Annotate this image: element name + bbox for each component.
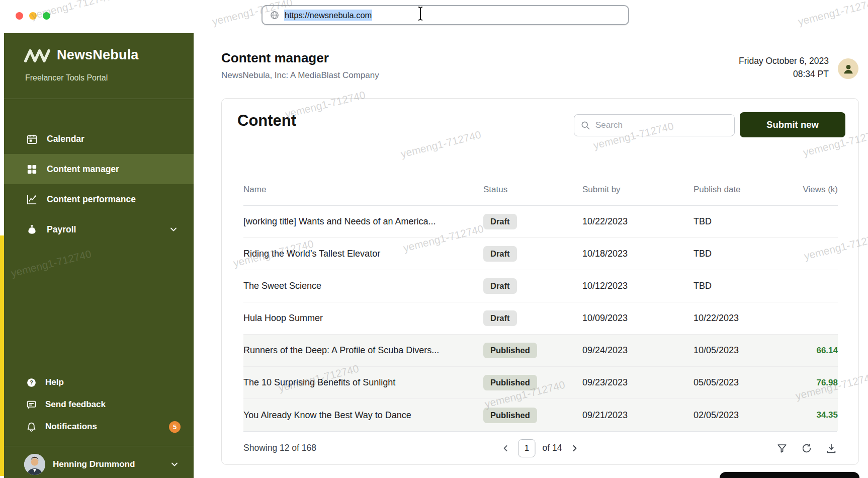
cell-submit-by: 10/12/2023 bbox=[582, 281, 693, 291]
status-badge: Draft bbox=[483, 246, 517, 262]
table-row[interactable]: The 10 Surprising Benefits of Sunlight P… bbox=[243, 367, 838, 399]
cell-submit-by: 10/18/2023 bbox=[582, 249, 693, 259]
sidebar-item-notifications[interactable]: Notifications 5 bbox=[4, 416, 194, 438]
cell-publish-date: TBD bbox=[693, 281, 792, 291]
column-header-submit-by: Submit by bbox=[582, 185, 693, 195]
status-badge: Published bbox=[483, 375, 537, 390]
status-badge: Draft bbox=[483, 214, 517, 229]
status-badge: Draft bbox=[483, 278, 517, 294]
page-count-label: of 14 bbox=[543, 443, 562, 453]
sidebar-divider bbox=[4, 99, 194, 99]
cell-status: Draft bbox=[483, 310, 582, 326]
table-row[interactable]: [working title] Wants and Needs of an Am… bbox=[243, 206, 838, 238]
cell-views: 34.35 bbox=[792, 410, 838, 420]
previous-page-button[interactable] bbox=[500, 443, 511, 454]
sidebar-item-label: Payroll bbox=[47, 224, 76, 235]
chevron-down-icon[interactable] bbox=[168, 224, 179, 234]
cell-submit-by: 09/21/2023 bbox=[582, 410, 693, 421]
person-icon bbox=[842, 62, 855, 75]
url-selected-text: https://newsnebula.com bbox=[284, 10, 372, 21]
table-row[interactable]: Riding the World’s Tallest Elevator Draf… bbox=[243, 238, 838, 270]
minimize-window-button[interactable] bbox=[29, 12, 37, 20]
close-window-button[interactable] bbox=[16, 12, 23, 20]
cell-name: [working title] Wants and Needs of an Am… bbox=[243, 216, 483, 227]
cell-publish-date: 02/05/2023 bbox=[693, 410, 792, 421]
sidebar-item-label: Content manager bbox=[47, 164, 119, 175]
cell-views: 76.98 bbox=[792, 378, 838, 388]
cell-publish-date: TBD bbox=[693, 216, 792, 227]
cell-name: Riding the World’s Tallest Elevator bbox=[243, 249, 483, 259]
text-cursor-icon bbox=[417, 6, 424, 23]
grid-icon bbox=[26, 163, 38, 175]
submit-new-button[interactable]: Submit new bbox=[740, 112, 845, 137]
help-icon: ? bbox=[26, 377, 37, 388]
sidebar-item-label: Notifications bbox=[45, 422, 97, 432]
sidebar-item-help[interactable]: ? Help bbox=[4, 371, 194, 393]
cell-name: Hula Hoop Summer bbox=[243, 313, 483, 324]
column-header-views: Views (k) bbox=[792, 185, 838, 195]
sidebar-item-payroll[interactable]: Payroll bbox=[4, 214, 194, 245]
sidebar-divider bbox=[4, 446, 194, 446]
search-box bbox=[574, 114, 735, 136]
maximize-window-button[interactable] bbox=[43, 12, 50, 20]
cell-publish-date: TBD bbox=[693, 249, 792, 259]
cell-name: The 10 Surprising Benefits of Sunlight bbox=[243, 377, 483, 388]
content-table: Name Status Submit by Publish date Views… bbox=[243, 174, 838, 431]
cell-status: Draft bbox=[483, 214, 582, 229]
sidebar-item-label: Content performance bbox=[47, 194, 136, 205]
page-number-input[interactable] bbox=[518, 439, 536, 457]
table-row[interactable]: Hula Hoop Summer Draft 10/09/2023 10/22/… bbox=[243, 302, 838, 335]
line-chart-icon bbox=[26, 193, 38, 205]
user-name: Henning Drummond bbox=[53, 459, 135, 469]
sidebar-bottom-nav: ? Help Send feedback Notifications 5 bbox=[4, 371, 194, 438]
svg-text:?: ? bbox=[30, 379, 33, 385]
chevron-down-icon[interactable] bbox=[169, 459, 180, 469]
page-title: Content manager bbox=[221, 50, 329, 66]
avatar bbox=[24, 454, 45, 475]
content-card: Content Submit new Name Status Submit by… bbox=[221, 98, 859, 465]
table-footer: Showing 12 of 168 of 14 bbox=[243, 431, 837, 464]
cell-name: The Sweet Science bbox=[243, 281, 483, 291]
feedback-icon bbox=[26, 400, 37, 410]
pagination: of 14 bbox=[500, 439, 580, 457]
sidebar-item-content-manager[interactable]: Content manager bbox=[4, 154, 194, 184]
cell-status: Draft bbox=[483, 246, 582, 262]
newsnebula-logo-icon bbox=[24, 48, 50, 62]
cell-name: You Already Know the Best Way to Dance bbox=[243, 410, 483, 421]
cell-submit-by: 09/24/2023 bbox=[582, 345, 693, 356]
cell-submit-by: 10/09/2023 bbox=[582, 313, 693, 324]
sidebar-item-content-performance[interactable]: Content performance bbox=[4, 184, 194, 214]
cell-views: 66.14 bbox=[792, 346, 838, 356]
table-header: Name Status Submit by Publish date Views… bbox=[243, 174, 838, 206]
money-bag-icon bbox=[26, 223, 38, 235]
account-avatar-button[interactable] bbox=[838, 58, 858, 79]
bell-icon bbox=[26, 422, 37, 432]
background-window-edge bbox=[720, 472, 859, 478]
cell-status: Draft bbox=[483, 278, 582, 294]
table-row[interactable]: You Already Know the Best Way to Dance P… bbox=[243, 399, 838, 431]
status-badge: Published bbox=[483, 408, 537, 423]
page-subtitle: NewsNebula, Inc: A MediaBlast Company bbox=[221, 70, 379, 81]
current-time: 08:34 PT bbox=[739, 67, 829, 81]
filter-icon[interactable] bbox=[776, 442, 788, 454]
search-icon bbox=[580, 120, 590, 130]
cell-submit-by: 10/22/2023 bbox=[582, 216, 693, 227]
refresh-icon[interactable] bbox=[801, 442, 812, 454]
current-date: Friday October 6, 2023 bbox=[739, 54, 829, 67]
table-row[interactable]: Runners of the Deep: A Profile of Scuba … bbox=[243, 335, 838, 367]
url-bar[interactable]: https://newsnebula.com bbox=[262, 5, 629, 25]
search-input[interactable] bbox=[595, 120, 728, 130]
status-badge: Published bbox=[483, 343, 537, 358]
globe-icon bbox=[270, 10, 280, 20]
section-heading: Content bbox=[237, 112, 296, 130]
cell-status: Published bbox=[483, 343, 582, 358]
table-row[interactable]: The Sweet Science Draft 10/12/2023 TBD bbox=[243, 270, 838, 302]
sidebar-item-label: Send feedback bbox=[45, 400, 106, 410]
sidebar-item-calendar[interactable]: Calendar bbox=[4, 124, 194, 154]
column-header-publish-date: Publish date bbox=[693, 185, 792, 195]
download-icon[interactable] bbox=[825, 442, 837, 454]
next-page-button[interactable] bbox=[569, 443, 580, 454]
sidebar-item-send-feedback[interactable]: Send feedback bbox=[4, 393, 194, 416]
cell-submit-by: 09/23/2023 bbox=[582, 377, 693, 388]
user-menu[interactable]: Henning Drummond bbox=[4, 454, 194, 475]
